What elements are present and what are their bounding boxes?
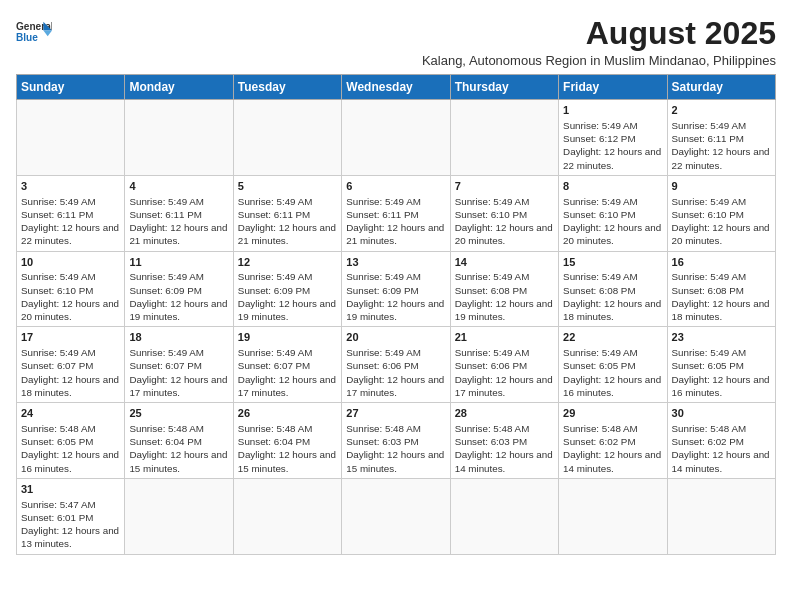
calendar-cell — [559, 478, 667, 554]
day-info: Sunrise: 5:48 AM Sunset: 6:05 PM Dayligh… — [21, 422, 120, 475]
weekday-header-monday: Monday — [125, 75, 233, 100]
calendar-cell — [17, 100, 125, 176]
day-number: 18 — [129, 330, 228, 345]
calendar-cell: 31Sunrise: 5:47 AM Sunset: 6:01 PM Dayli… — [17, 478, 125, 554]
day-number: 4 — [129, 179, 228, 194]
location-subtitle: Kalang, Autonomous Region in Muslim Mind… — [52, 53, 776, 68]
day-number: 13 — [346, 255, 445, 270]
day-number: 2 — [672, 103, 771, 118]
week-row-6: 31Sunrise: 5:47 AM Sunset: 6:01 PM Dayli… — [17, 478, 776, 554]
day-info: Sunrise: 5:48 AM Sunset: 6:04 PM Dayligh… — [129, 422, 228, 475]
calendar-cell — [450, 100, 558, 176]
calendar-cell: 14Sunrise: 5:49 AM Sunset: 6:08 PM Dayli… — [450, 251, 558, 327]
month-year-title: August 2025 — [52, 16, 776, 51]
weekday-header-saturday: Saturday — [667, 75, 775, 100]
calendar-cell — [342, 100, 450, 176]
calendar-cell — [233, 478, 341, 554]
day-info: Sunrise: 5:49 AM Sunset: 6:10 PM Dayligh… — [455, 195, 554, 248]
calendar-cell — [450, 478, 558, 554]
day-info: Sunrise: 5:48 AM Sunset: 6:02 PM Dayligh… — [672, 422, 771, 475]
weekday-header-row: SundayMondayTuesdayWednesdayThursdayFrid… — [17, 75, 776, 100]
weekday-header-sunday: Sunday — [17, 75, 125, 100]
svg-marker-3 — [43, 30, 52, 36]
day-number: 9 — [672, 179, 771, 194]
day-info: Sunrise: 5:48 AM Sunset: 6:02 PM Dayligh… — [563, 422, 662, 475]
calendar-cell: 25Sunrise: 5:48 AM Sunset: 6:04 PM Dayli… — [125, 403, 233, 479]
calendar-cell: 11Sunrise: 5:49 AM Sunset: 6:09 PM Dayli… — [125, 251, 233, 327]
weekday-header-wednesday: Wednesday — [342, 75, 450, 100]
day-info: Sunrise: 5:49 AM Sunset: 6:12 PM Dayligh… — [563, 119, 662, 172]
calendar-cell: 21Sunrise: 5:49 AM Sunset: 6:06 PM Dayli… — [450, 327, 558, 403]
calendar-cell: 8Sunrise: 5:49 AM Sunset: 6:10 PM Daylig… — [559, 175, 667, 251]
day-info: Sunrise: 5:49 AM Sunset: 6:11 PM Dayligh… — [346, 195, 445, 248]
calendar-cell: 18Sunrise: 5:49 AM Sunset: 6:07 PM Dayli… — [125, 327, 233, 403]
day-number: 26 — [238, 406, 337, 421]
day-info: Sunrise: 5:49 AM Sunset: 6:06 PM Dayligh… — [346, 346, 445, 399]
day-number: 29 — [563, 406, 662, 421]
day-info: Sunrise: 5:49 AM Sunset: 6:10 PM Dayligh… — [21, 270, 120, 323]
calendar-cell: 30Sunrise: 5:48 AM Sunset: 6:02 PM Dayli… — [667, 403, 775, 479]
day-number: 27 — [346, 406, 445, 421]
day-info: Sunrise: 5:49 AM Sunset: 6:09 PM Dayligh… — [346, 270, 445, 323]
calendar-table: SundayMondayTuesdayWednesdayThursdayFrid… — [16, 74, 776, 554]
day-info: Sunrise: 5:49 AM Sunset: 6:10 PM Dayligh… — [672, 195, 771, 248]
day-number: 8 — [563, 179, 662, 194]
week-row-4: 17Sunrise: 5:49 AM Sunset: 6:07 PM Dayli… — [17, 327, 776, 403]
day-info: Sunrise: 5:49 AM Sunset: 6:05 PM Dayligh… — [672, 346, 771, 399]
day-number: 7 — [455, 179, 554, 194]
calendar-cell: 29Sunrise: 5:48 AM Sunset: 6:02 PM Dayli… — [559, 403, 667, 479]
day-number: 28 — [455, 406, 554, 421]
calendar-cell: 9Sunrise: 5:49 AM Sunset: 6:10 PM Daylig… — [667, 175, 775, 251]
calendar-cell: 17Sunrise: 5:49 AM Sunset: 6:07 PM Dayli… — [17, 327, 125, 403]
calendar-cell — [233, 100, 341, 176]
day-number: 16 — [672, 255, 771, 270]
day-number: 12 — [238, 255, 337, 270]
calendar-cell — [125, 478, 233, 554]
day-info: Sunrise: 5:48 AM Sunset: 6:03 PM Dayligh… — [455, 422, 554, 475]
calendar-cell: 10Sunrise: 5:49 AM Sunset: 6:10 PM Dayli… — [17, 251, 125, 327]
calendar-cell: 20Sunrise: 5:49 AM Sunset: 6:06 PM Dayli… — [342, 327, 450, 403]
calendar-cell: 12Sunrise: 5:49 AM Sunset: 6:09 PM Dayli… — [233, 251, 341, 327]
week-row-2: 3Sunrise: 5:49 AM Sunset: 6:11 PM Daylig… — [17, 175, 776, 251]
calendar-cell: 7Sunrise: 5:49 AM Sunset: 6:10 PM Daylig… — [450, 175, 558, 251]
day-info: Sunrise: 5:49 AM Sunset: 6:09 PM Dayligh… — [238, 270, 337, 323]
day-number: 20 — [346, 330, 445, 345]
calendar-cell: 24Sunrise: 5:48 AM Sunset: 6:05 PM Dayli… — [17, 403, 125, 479]
day-number: 1 — [563, 103, 662, 118]
calendar-cell: 27Sunrise: 5:48 AM Sunset: 6:03 PM Dayli… — [342, 403, 450, 479]
day-info: Sunrise: 5:49 AM Sunset: 6:11 PM Dayligh… — [129, 195, 228, 248]
day-info: Sunrise: 5:49 AM Sunset: 6:08 PM Dayligh… — [672, 270, 771, 323]
logo: General Blue — [16, 16, 52, 52]
day-number: 30 — [672, 406, 771, 421]
calendar-cell — [667, 478, 775, 554]
calendar-cell: 26Sunrise: 5:48 AM Sunset: 6:04 PM Dayli… — [233, 403, 341, 479]
day-info: Sunrise: 5:49 AM Sunset: 6:11 PM Dayligh… — [672, 119, 771, 172]
calendar-cell: 28Sunrise: 5:48 AM Sunset: 6:03 PM Dayli… — [450, 403, 558, 479]
day-info: Sunrise: 5:49 AM Sunset: 6:11 PM Dayligh… — [21, 195, 120, 248]
weekday-header-friday: Friday — [559, 75, 667, 100]
week-row-1: 1Sunrise: 5:49 AM Sunset: 6:12 PM Daylig… — [17, 100, 776, 176]
day-info: Sunrise: 5:47 AM Sunset: 6:01 PM Dayligh… — [21, 498, 120, 551]
day-number: 23 — [672, 330, 771, 345]
day-number: 17 — [21, 330, 120, 345]
day-number: 5 — [238, 179, 337, 194]
weekday-header-tuesday: Tuesday — [233, 75, 341, 100]
day-number: 19 — [238, 330, 337, 345]
day-info: Sunrise: 5:48 AM Sunset: 6:04 PM Dayligh… — [238, 422, 337, 475]
calendar-cell: 23Sunrise: 5:49 AM Sunset: 6:05 PM Dayli… — [667, 327, 775, 403]
day-number: 6 — [346, 179, 445, 194]
day-info: Sunrise: 5:48 AM Sunset: 6:03 PM Dayligh… — [346, 422, 445, 475]
day-number: 25 — [129, 406, 228, 421]
week-row-3: 10Sunrise: 5:49 AM Sunset: 6:10 PM Dayli… — [17, 251, 776, 327]
calendar-cell: 22Sunrise: 5:49 AM Sunset: 6:05 PM Dayli… — [559, 327, 667, 403]
day-number: 3 — [21, 179, 120, 194]
calendar-cell: 5Sunrise: 5:49 AM Sunset: 6:11 PM Daylig… — [233, 175, 341, 251]
calendar-cell: 2Sunrise: 5:49 AM Sunset: 6:11 PM Daylig… — [667, 100, 775, 176]
calendar-cell: 4Sunrise: 5:49 AM Sunset: 6:11 PM Daylig… — [125, 175, 233, 251]
day-number: 14 — [455, 255, 554, 270]
day-info: Sunrise: 5:49 AM Sunset: 6:07 PM Dayligh… — [129, 346, 228, 399]
day-number: 22 — [563, 330, 662, 345]
day-info: Sunrise: 5:49 AM Sunset: 6:09 PM Dayligh… — [129, 270, 228, 323]
day-number: 31 — [21, 482, 120, 497]
day-number: 11 — [129, 255, 228, 270]
